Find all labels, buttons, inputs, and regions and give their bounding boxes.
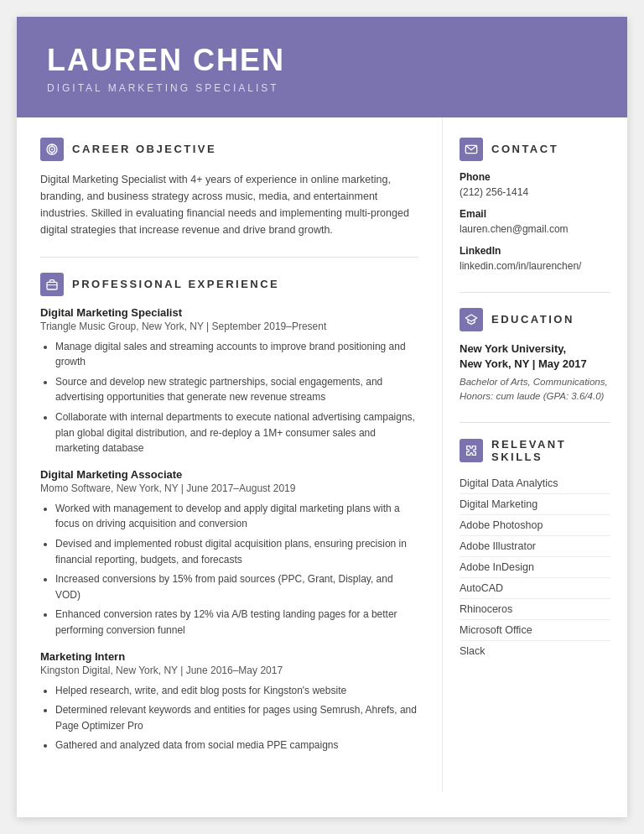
education-section: EDUCATION New York University, New York,… — [460, 308, 610, 404]
contact-title-row: CONTACT — [460, 138, 610, 161]
list-item: Collaborate with internal departments to… — [55, 409, 418, 456]
job-2-bullets: Worked with management to develop and ap… — [40, 501, 418, 639]
job-1-company: Triangle Music Group, New York, NY | Sep… — [40, 321, 418, 332]
list-item: Manage digital sales and streaming accou… — [55, 339, 418, 370]
header-title: DIGITAL MARKETING SPECIALIST — [47, 82, 597, 94]
skill-item: AutoCAD — [460, 578, 610, 599]
divider-3 — [460, 422, 610, 423]
list-item: Enhanced conversion rates by 12% via A/B… — [55, 607, 418, 638]
list-item: Helped research, write, and edit blog po… — [55, 683, 418, 699]
briefcase-icon — [45, 278, 59, 291]
skill-item: Digital Marketing — [460, 494, 610, 515]
career-objective-text: Digital Marketing Specialist with 4+ yea… — [40, 171, 418, 238]
skill-item: Microsoft Office — [460, 620, 610, 641]
list-item: Increased conversions by 15% from paid s… — [55, 571, 418, 602]
career-objective-icon — [40, 138, 64, 161]
professional-experience-section: PROFESSIONAL EXPERIENCE Digital Marketin… — [40, 273, 418, 753]
skill-item: Adobe Photoshop — [460, 515, 610, 536]
graduation-icon — [465, 313, 478, 326]
job-3-company: Kingston Digital, New York, NY | June 20… — [40, 665, 418, 676]
resume-header: LAUREN CHEN DIGITAL MARKETING SPECIALIST — [17, 17, 627, 117]
resume: LAUREN CHEN DIGITAL MARKETING SPECIALIST — [17, 17, 627, 817]
skills-heading: RELEVANT SKILLS — [491, 438, 610, 463]
job-3-bullets: Helped research, write, and edit blog po… — [40, 683, 418, 753]
list-item: Gathered and analyzed data from social m… — [55, 738, 418, 753]
career-objective-section: CAREER OBJECTIVE Digital Marketing Speci… — [40, 138, 418, 238]
edu-detail: Bachelor of Arts, Communications, Honors… — [460, 375, 610, 404]
email-label: Email — [460, 208, 610, 220]
experience-title-row: PROFESSIONAL EXPERIENCE — [40, 273, 418, 296]
skill-item: Slack — [460, 641, 610, 661]
skills-list: Digital Data Analytics Digital Marketing… — [460, 473, 610, 661]
job-3: Marketing Intern Kingston Digital, New Y… — [40, 650, 418, 753]
education-heading: EDUCATION — [491, 313, 574, 326]
edu-school: New York University, New York, NY | May … — [460, 341, 610, 372]
skills-icon — [460, 439, 483, 462]
skill-item: Digital Data Analytics — [460, 473, 610, 494]
skill-item: Adobe Illustrator — [460, 536, 610, 557]
left-column: CAREER OBJECTIVE Digital Marketing Speci… — [17, 117, 443, 792]
career-objective-heading: CAREER OBJECTIVE — [72, 143, 216, 155]
job-1: Digital Marketing Specialist Triangle Mu… — [40, 306, 418, 456]
target-icon — [45, 143, 59, 156]
divider-1 — [40, 257, 418, 258]
envelope-icon — [465, 143, 478, 156]
phone-label: Phone — [460, 171, 610, 183]
job-3-title: Marketing Intern — [40, 650, 418, 663]
job-2-company: Momo Software, New York, NY | June 2017–… — [40, 482, 418, 494]
list-item: Devised and implemented robust digital a… — [55, 536, 418, 567]
job-1-title: Digital Marketing Specialist — [40, 306, 418, 319]
linkedin-label: LinkedIn — [460, 245, 610, 257]
list-item: Worked with management to develop and ap… — [55, 501, 418, 532]
svg-rect-5 — [47, 282, 57, 289]
education-title-row: EDUCATION — [460, 308, 610, 331]
right-column: CONTACT Phone (212) 256-1414 Email laure… — [443, 117, 627, 792]
resume-body: CAREER OBJECTIVE Digital Marketing Speci… — [17, 117, 627, 792]
header-name: LAUREN CHEN — [47, 44, 597, 77]
email-value: lauren.chen@gmail.com — [460, 222, 610, 237]
divider-2 — [460, 292, 610, 293]
skills-section: RELEVANT SKILLS Digital Data Analytics D… — [460, 438, 610, 661]
list-item: Determined relevant keywords and entitie… — [55, 702, 418, 733]
skill-item: Rhinoceros — [460, 599, 610, 620]
puzzle-icon — [465, 444, 478, 457]
phone-value: (212) 256-1414 — [460, 185, 610, 200]
contact-section: CONTACT Phone (212) 256-1414 Email laure… — [460, 138, 610, 274]
experience-icon — [40, 273, 64, 296]
contact-icon — [460, 138, 483, 161]
skills-title-row: RELEVANT SKILLS — [460, 438, 610, 463]
svg-marker-8 — [465, 315, 476, 321]
career-objective-title-row: CAREER OBJECTIVE — [40, 138, 418, 161]
skill-item: Adobe InDesign — [460, 557, 610, 578]
education-icon — [460, 308, 483, 331]
job-2-title: Digital Marketing Associate — [40, 468, 418, 481]
linkedin-value: linkedin.com/in/laurenchen/ — [460, 258, 610, 274]
job-1-bullets: Manage digital sales and streaming accou… — [40, 339, 418, 456]
experience-heading: PROFESSIONAL EXPERIENCE — [72, 278, 279, 290]
contact-heading: CONTACT — [491, 143, 558, 155]
list-item: Source and develop new strategic partner… — [55, 374, 418, 405]
job-2: Digital Marketing Associate Momo Softwar… — [40, 468, 418, 639]
svg-point-2 — [51, 149, 53, 150]
